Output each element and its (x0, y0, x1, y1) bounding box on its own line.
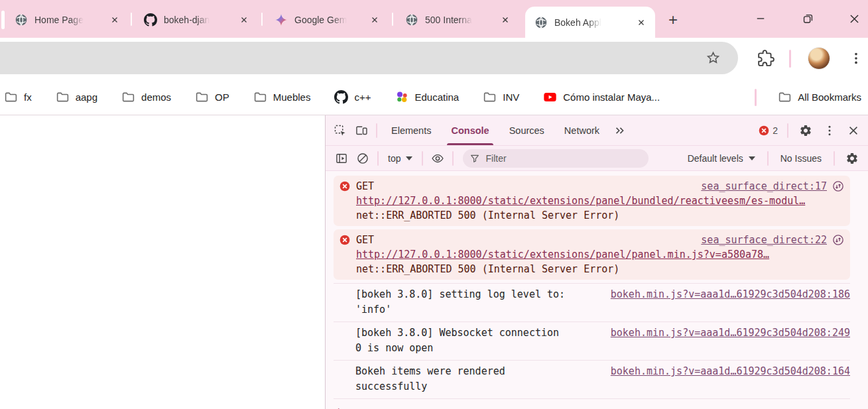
console-sidebar-toggle-button[interactable] (331, 148, 352, 169)
bookmark-label: Cómo instalar Maya... (563, 91, 660, 103)
gemini-icon (275, 13, 288, 27)
chevron-down-icon (749, 156, 755, 160)
tab-500-internal[interactable]: 500 Interna (396, 8, 519, 32)
filter-input[interactable] (463, 149, 649, 168)
clear-console-button[interactable] (352, 148, 373, 169)
device-toolbar-icon (355, 124, 368, 137)
tab-close-icon[interactable] (238, 14, 250, 26)
bookmark-folder-muebles[interactable]: Muebles (253, 90, 311, 104)
tab-elements[interactable]: Elements (381, 115, 441, 145)
globe-icon (15, 13, 28, 27)
tab-label: Network (564, 125, 599, 136)
error-detail: net::ERR_ABORTED 500 (Internal Server Er… (340, 262, 844, 276)
source-location-link[interactable]: bokeh.min.js?v=aaa1d…61929c3d504d208:164 (611, 364, 850, 379)
browser-toolbar (0, 38, 868, 80)
initiator-chain-icon[interactable] (832, 180, 844, 192)
tab-strip: Home Page bokeh-djan Google Gem 500 Inte… (0, 0, 868, 38)
bookmark-educatina[interactable]: Educatina (395, 90, 460, 104)
log-levels-dropdown[interactable]: Default levels (682, 153, 761, 164)
new-tab-button[interactable]: + (663, 10, 683, 30)
close-icon (847, 124, 860, 137)
tab-close-icon[interactable] (635, 17, 647, 29)
bookmark-label: c++ (354, 91, 371, 103)
tab-separator (392, 13, 393, 26)
all-bookmarks-button[interactable]: All Bookmarks (778, 90, 861, 104)
content-area: Elements Console Sources Network 2 (0, 115, 868, 409)
tab-bokeh-application-active[interactable]: Bokeh Appl (525, 7, 655, 38)
restore-icon (802, 13, 814, 25)
request-method: GET (356, 179, 374, 194)
source-location-link[interactable]: bokeh.min.js?v=aaa1d…61929c3d504d208:249 (611, 325, 850, 341)
filter-field (463, 149, 649, 168)
toolbar-separator (422, 151, 423, 166)
minimize-button[interactable] (747, 5, 775, 32)
all-bookmarks-label: All Bookmarks (798, 91, 861, 103)
tab-home-page[interactable]: Home Page (5, 8, 129, 32)
educatina-icon (395, 90, 409, 104)
more-tabs-button[interactable] (609, 120, 631, 141)
browser-menu-dots-icon[interactable] (849, 50, 863, 67)
device-toolbar-button[interactable] (351, 120, 372, 141)
error-count-badge[interactable]: 2 (759, 125, 778, 136)
console-prompt[interactable]: › (326, 399, 868, 409)
eye-icon (431, 152, 444, 165)
toolbar-separator (789, 50, 791, 68)
close-icon (848, 13, 861, 25)
chevron-down-icon (406, 156, 412, 160)
console-settings-button[interactable] (841, 148, 863, 169)
console-log-message: [bokeh 3.8.0] setting log level to: 'inf… (334, 283, 850, 322)
address-bar[interactable] (0, 42, 738, 74)
bookmark-folder-op[interactable]: OP (195, 90, 229, 104)
bookmark-folder-aapg[interactable]: aapg (56, 90, 97, 104)
restore-button[interactable] (794, 5, 822, 32)
initiator-chain-icon[interactable] (832, 234, 844, 246)
bookmark-star-icon[interactable] (706, 50, 721, 66)
tab-close-icon[interactable] (369, 14, 381, 26)
inspect-element-button[interactable] (330, 120, 351, 141)
source-location-link[interactable]: sea_surface_direct:22 (701, 233, 827, 247)
tab-network[interactable]: Network (554, 115, 609, 145)
source-location-link[interactable]: sea_surface_direct:17 (701, 179, 827, 194)
live-expression-button[interactable] (427, 148, 448, 169)
bookmark-folder-demos[interactable]: demos (121, 90, 171, 104)
profile-avatar[interactable] (808, 47, 830, 70)
execution-context-selector[interactable]: top (383, 153, 418, 164)
globe-icon (405, 13, 418, 27)
github-icon (334, 90, 348, 104)
devtools-settings-button[interactable] (795, 120, 816, 141)
bookmark-cpp[interactable]: c++ (334, 90, 371, 104)
context-label: top (388, 153, 401, 164)
tab-console[interactable]: Console (441, 115, 499, 145)
devtools-close-button[interactable] (843, 120, 864, 141)
bookmark-folder-inv[interactable]: INV (483, 90, 519, 104)
folder-icon (483, 90, 497, 104)
filter-funnel-icon (469, 153, 480, 164)
extensions-puzzle-icon[interactable] (757, 50, 775, 67)
folder-icon (121, 90, 135, 104)
tab-separator (261, 13, 263, 26)
tab-bokeh-django[interactable]: bokeh-djan (135, 8, 258, 32)
issues-counter[interactable]: No Issues (775, 153, 827, 164)
toolbar-separator (834, 151, 835, 166)
tab-google-gemini[interactable]: Google Gem (265, 8, 389, 32)
bookmark-folder-fx[interactable]: fx (4, 90, 32, 104)
request-url-link[interactable]: http://127.0.0.1:8000/static/extensions/… (340, 247, 844, 262)
clear-block-icon (356, 152, 369, 165)
issues-label: No Issues (780, 153, 822, 164)
devtools-separator (376, 123, 377, 138)
request-url-link[interactable]: http://127.0.0.1:8000/static/extensions/… (340, 194, 844, 208)
tab-separator (131, 13, 132, 26)
browser-window: Home Page bokeh-djan Google Gem 500 Inte… (0, 0, 868, 409)
toolbar-separator (452, 151, 454, 166)
devtools-menu-button[interactable] (819, 120, 840, 141)
source-location-link[interactable]: bokeh.min.js?v=aaa1d…61929c3d504d208:186 (611, 287, 850, 302)
close-window-button[interactable] (840, 5, 868, 32)
tab-title: Home Page (34, 15, 84, 25)
bookmark-youtube-maya[interactable]: Cómo instalar Maya... (543, 90, 660, 104)
folder-icon (778, 90, 792, 104)
tab-close-icon[interactable] (109, 14, 121, 26)
folder-icon (56, 90, 70, 104)
tab-close-icon[interactable] (499, 14, 511, 26)
folder-icon (253, 90, 267, 104)
tab-sources[interactable]: Sources (499, 115, 554, 145)
